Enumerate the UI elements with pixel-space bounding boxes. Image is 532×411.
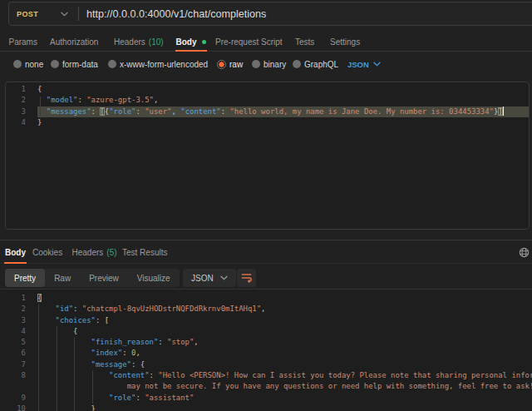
tab-tests[interactable]: Tests [295,32,314,52]
line-number: 5 [0,337,26,348]
tab-label: Tests [295,37,314,47]
tab-authorization[interactable]: Authorization [50,32,98,52]
tab-label: Settings [330,37,360,47]
radio-raw[interactable]: raw [217,52,243,77]
tab-label: Authorization [50,37,98,47]
code-token: "stop" [167,338,194,346]
code-token: : [150,371,159,379]
globe-icon[interactable] [519,240,530,264]
code-line: 9 "role": "assistant" [0,393,532,404]
radio-form-data[interactable]: form-data [51,52,98,77]
wrap-text-button[interactable] [237,269,256,287]
line-number: 1 [0,293,26,304]
language-label: JSON [347,60,369,69]
tab-label: Cookies [32,248,62,257]
radio-icon [13,60,22,68]
tab-body[interactable]: Body [176,32,206,52]
line-number: 1 [6,84,26,95]
radio-icon [293,60,301,68]
view-pretty[interactable]: Pretty [5,269,45,287]
tab-label: Params [9,37,37,47]
line-number: 2 [0,304,26,314]
tab-label: Body [5,248,26,257]
code-token: "message" [91,360,131,369]
view-visualize[interactable]: Visualize [128,269,180,287]
indent-guide [92,370,93,404]
indent-guide [38,304,39,411]
headers-count: (10) [149,37,164,47]
code-line: 10 } [0,404,532,411]
tab-label: Test Results [122,248,167,257]
code-line: 2 "id": "chatcmpl-8qvUzHODstrNQFDdRkrnv0… [0,304,532,314]
code-token [37,360,91,369]
code-line: 2 "model": "azure-gpt-3.5", [6,95,529,106]
response-tab-cookies[interactable]: Cookies [32,240,62,264]
line-number: 9 [0,393,26,404]
tab-settings[interactable]: Settings [330,32,360,52]
radio-x-www-form-urlencoded[interactable]: x-www-form-urlencoded [108,52,208,77]
radio-selected-icon [217,60,226,69]
wrap-text-icon [241,273,252,283]
tab-pre-request-script[interactable]: Pre-request Script [215,32,283,52]
raw-language-selector[interactable]: JSON [347,52,381,77]
code-token: : [122,349,131,357]
code-token: , [135,349,140,357]
code-line: may not be secure. If you have any quest… [0,381,532,392]
line-number: 8 [0,370,26,381]
body-modified-dot-icon [202,40,206,44]
url-input[interactable]: http://0.0.0.0:4000/v1/chat/completions [79,8,266,20]
response-tabs: Body Cookies Headers(5) Test Results [0,240,532,264]
code-token: : [158,338,167,346]
code-token [37,316,56,324]
line-number: 3 [6,106,26,117]
indent-guide [74,337,75,411]
code-token: "user" [145,107,171,116]
code-token: "content" [109,371,149,379]
request-tabs: Params Authorization Headers(10) Body Pr… [0,32,532,52]
radio-label: raw [229,60,243,69]
response-language-selector[interactable]: JSON [183,269,236,287]
radio-icon [51,60,59,68]
code-token: "messages" [47,107,91,116]
method-selector[interactable]: POST [9,10,78,18]
code-line: 1{ [0,293,532,304]
radio-binary[interactable]: binary [252,52,286,77]
response-body-viewer[interactable]: 1{2 "id": "chatcmpl-8qvUzHODstrNQFDdRkrn… [0,290,532,411]
body-type-row: none form-data x-www-form-urlencoded raw… [0,52,532,77]
tab-params[interactable]: Params [9,32,37,52]
radio-none[interactable]: none [13,52,43,77]
code-token: "model" [47,96,78,104]
line-number: 4 [6,117,26,128]
view-mode-switch: Pretty Raw Preview Visualize [5,269,180,287]
response-tab-body[interactable]: Body [5,240,26,264]
radio-graphql[interactable]: GraphQL [293,52,338,77]
tab-headers[interactable]: Headers(10) [114,32,164,52]
code-token: "role" [109,394,135,402]
code-line: 3 "choices": [ [0,315,532,326]
code-line: 4} [6,117,529,128]
indent-guide [40,97,41,118]
code-token: : [135,394,145,402]
code-token: may not be secure. If you have any quest… [127,382,532,390]
response-toolbar: Pretty Raw Preview Visualize JSON [0,265,532,289]
indent-guide [57,326,57,411]
view-preview[interactable]: Preview [80,269,128,287]
radio-label: none [25,60,43,69]
line-number: 6 [0,348,26,359]
code-token: , [154,96,158,104]
language-label: JSON [191,274,214,283]
request-body-editor[interactable]: 1{2 "model": "azure-gpt-3.5",3 "messages… [5,82,530,230]
code-token: "content" [180,107,220,116]
code-token: , [261,305,265,313]
code-line: 7 "message": { [0,359,532,370]
code-token: : [73,305,82,313]
code-token: : { [131,360,145,369]
code-token: "finish_reason" [91,338,159,346]
code-token: { [37,85,42,93]
response-tab-test-results[interactable]: Test Results [122,240,167,264]
code-token: { [37,327,77,335]
code-token: : [ [96,316,109,324]
response-tab-headers[interactable]: Headers(5) [72,240,117,264]
view-raw[interactable]: Raw [45,269,80,287]
code-token: "choices" [56,316,96,324]
